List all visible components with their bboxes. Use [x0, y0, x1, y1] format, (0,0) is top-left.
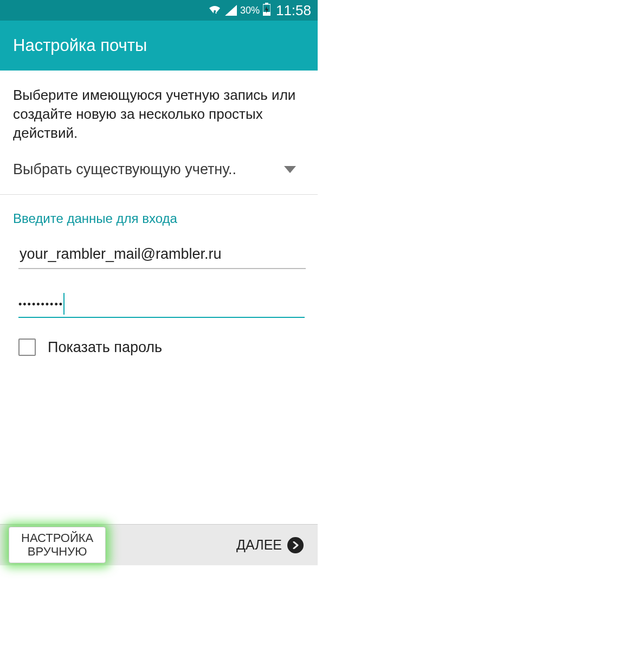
- email-field[interactable]: [18, 237, 306, 269]
- intro-text: Выберите имеющуюся учетную запись или со…: [0, 71, 318, 156]
- status-bar: 30% 11:58: [0, 0, 318, 21]
- manual-button-line2: ВРУЧНУЮ: [21, 545, 93, 558]
- show-password-checkbox[interactable]: [18, 339, 36, 356]
- svg-rect-2: [263, 12, 271, 16]
- show-password-label: Показать пароль: [48, 339, 162, 356]
- manual-button-line1: НАСТРОЙКА: [21, 532, 93, 545]
- wifi-icon: [208, 5, 222, 16]
- text-caret: [63, 293, 65, 315]
- chevron-right-icon: [287, 537, 304, 553]
- chevron-down-icon: [284, 166, 296, 173]
- page-title: Настройка почты: [13, 36, 147, 55]
- battery-icon: [263, 3, 271, 18]
- next-button-label: ДАЛЕЕ: [236, 537, 282, 553]
- password-masked-value: ••••••••••: [18, 291, 63, 317]
- signal-icon: [225, 5, 237, 16]
- login-section-label: Введите данные для входа: [0, 195, 318, 234]
- app-bar: Настройка почты: [0, 21, 318, 71]
- show-password-row: Показать пароль: [0, 318, 318, 356]
- password-field[interactable]: ••••••••••: [18, 289, 305, 318]
- account-dropdown[interactable]: Выбрать существующую учетну..: [0, 156, 318, 195]
- password-field-wrap: ••••••••••: [0, 285, 318, 318]
- device-frame: 30% 11:58 Настройка почты Выберите имеющ…: [0, 0, 318, 565]
- dropdown-selected-label: Выбрать существующую учетну..: [13, 161, 236, 178]
- bottom-bar: НАСТРОЙКА ВРУЧНУЮ ДАЛЕЕ: [0, 524, 318, 565]
- clock-time: 11:58: [276, 2, 311, 19]
- email-field-wrap: [0, 234, 318, 269]
- manual-setup-button[interactable]: НАСТРОЙКА ВРУЧНУЮ: [9, 527, 106, 563]
- next-button[interactable]: ДАЛЕЕ: [236, 537, 304, 553]
- battery-percentage: 30%: [240, 5, 260, 16]
